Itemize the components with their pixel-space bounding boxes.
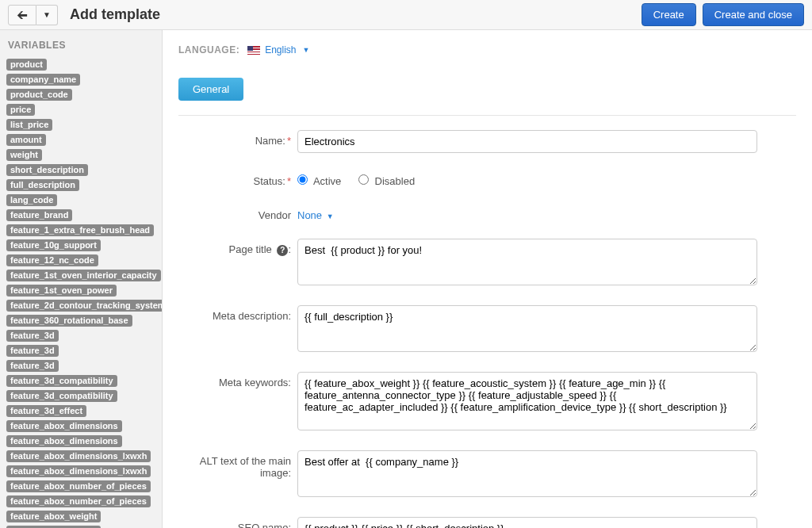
status-disabled-option[interactable]: Disabled <box>358 175 415 187</box>
caret-down-icon: ▼ <box>327 212 334 220</box>
main-layout: VARIABLES productcompany_nameproduct_cod… <box>0 30 812 528</box>
tab-general[interactable]: General <box>178 78 243 101</box>
row-name: Name:* <box>178 130 796 153</box>
variable-pill[interactable]: feature_1st_oven_power <box>6 285 117 297</box>
toolbar-left: 🡨 ▼ Add template <box>8 5 160 25</box>
variable-pill[interactable]: amount <box>6 134 46 146</box>
arrow-left-icon: 🡨 <box>17 9 28 21</box>
page-title: Add template <box>70 6 160 23</box>
nav-button-group: 🡨 ▼ <box>8 5 58 25</box>
status-active-option[interactable]: Active <box>297 175 344 187</box>
meta-keywords-label: Meta keywords: <box>178 372 297 433</box>
variable-pill[interactable]: feature_3d <box>6 330 59 342</box>
variable-pill[interactable]: feature_abox_dimensions_lxwxh <box>6 450 151 462</box>
required-mark: * <box>287 135 291 147</box>
language-row: LANGUAGE: English ▼ <box>178 44 796 55</box>
variable-pill[interactable]: feature_12_nc_code <box>6 254 98 266</box>
caret-down-icon: ▼ <box>303 46 310 54</box>
toolbar: 🡨 ▼ Add template Create Create and close <box>0 0 812 30</box>
variable-pill[interactable]: feature_1st_oven_interior_capacity <box>6 270 161 281</box>
alt-text-textarea[interactable] <box>297 450 757 497</box>
variable-pill[interactable]: feature_abox_dimensions_lxwxh <box>6 465 151 477</box>
page-title-textarea[interactable] <box>297 239 757 285</box>
row-vendor: Vendor None ▼ <box>178 205 796 221</box>
variable-pill[interactable]: full_description <box>6 179 79 191</box>
back-button[interactable]: 🡨 <box>8 5 36 25</box>
vendor-label: Vendor <box>178 205 297 221</box>
variable-pill[interactable]: feature_3d <box>6 345 59 357</box>
divider <box>178 115 796 116</box>
row-meta-keywords: Meta keywords: <box>178 372 796 433</box>
row-seo-name: SEO name: <box>178 517 796 528</box>
alt-text-label: ALT text of the main image: <box>178 450 297 499</box>
variable-pill[interactable]: feature_3d <box>6 360 59 372</box>
status-label: Status:* <box>178 170 297 187</box>
variable-pill[interactable]: product_code <box>6 89 72 101</box>
name-input[interactable] <box>297 130 757 153</box>
variable-pill[interactable]: product <box>6 59 47 71</box>
help-icon[interactable]: ? <box>277 245 288 256</box>
name-label: Name:* <box>178 130 297 153</box>
variable-pill[interactable]: list_price <box>6 119 52 131</box>
create-button[interactable]: Create <box>642 3 696 26</box>
vendor-selector[interactable]: None ▼ <box>297 205 334 221</box>
variable-pill[interactable]: weight <box>6 149 42 161</box>
meta-description-label: Meta description: <box>178 305 297 354</box>
language-selector[interactable]: English ▼ <box>247 44 309 55</box>
sidebar-heading: VARIABLES <box>6 40 155 51</box>
variable-pill[interactable]: feature_2d_contour_tracking_system <box>6 300 163 312</box>
variable-pill[interactable]: price <box>6 104 35 116</box>
variable-pill[interactable]: feature_10g_support <box>6 239 101 251</box>
toolbar-right: Create Create and close <box>642 3 804 26</box>
variable-pill[interactable]: company_name <box>6 74 80 86</box>
seo-name-label: SEO name: <box>178 517 297 528</box>
language-value: English <box>265 44 296 55</box>
content-area: LANGUAGE: English ▼ General Name:* Statu… <box>163 30 812 528</box>
variable-pill[interactable]: feature_abox_number_of_pieces <box>6 480 151 492</box>
create-close-button[interactable]: Create and close <box>703 3 804 26</box>
variable-pill[interactable]: feature_3d_compatibility <box>6 375 117 387</box>
tabs-row: General <box>178 78 796 101</box>
flag-us-icon <box>247 46 260 55</box>
variable-pill[interactable]: feature_abox_dimensions <box>6 420 122 432</box>
variables-sidebar: VARIABLES productcompany_nameproduct_cod… <box>0 30 163 528</box>
row-status: Status:* Active Disabled <box>178 170 796 187</box>
variable-pill[interactable]: feature_brand <box>6 209 72 221</box>
dropdown-toggle[interactable]: ▼ <box>36 5 58 25</box>
variable-pill[interactable]: feature_abox_dimensions <box>6 435 122 447</box>
status-disabled-radio[interactable] <box>358 174 369 185</box>
row-page-title: Page title ?: <box>178 239 796 288</box>
variable-pill[interactable]: feature_3d_effect <box>6 405 86 417</box>
caret-down-icon: ▼ <box>43 10 51 19</box>
variables-list: productcompany_nameproduct_codepricelist… <box>6 59 155 528</box>
row-alt-text: ALT text of the main image: <box>178 450 796 499</box>
language-label: LANGUAGE: <box>178 44 239 55</box>
required-mark: * <box>287 175 291 187</box>
variable-pill[interactable]: short_description <box>6 164 88 176</box>
variable-pill[interactable]: lang_code <box>6 194 57 206</box>
status-active-radio[interactable] <box>297 174 308 185</box>
meta-description-textarea[interactable] <box>297 305 757 352</box>
page-title-label: Page title ?: <box>178 239 297 288</box>
seo-name-textarea[interactable] <box>297 517 757 528</box>
variable-pill[interactable]: feature_abox_number_of_pieces <box>6 495 151 507</box>
variable-pill[interactable]: feature_1_extra_free_brush_head <box>6 224 154 236</box>
meta-keywords-textarea[interactable] <box>297 372 757 430</box>
row-meta-description: Meta description: <box>178 305 796 354</box>
variable-pill[interactable]: feature_abox_weight <box>6 511 101 522</box>
variable-pill[interactable]: feature_3d_compatibility <box>6 390 117 402</box>
variable-pill[interactable]: feature_360_rotational_base <box>6 315 132 327</box>
